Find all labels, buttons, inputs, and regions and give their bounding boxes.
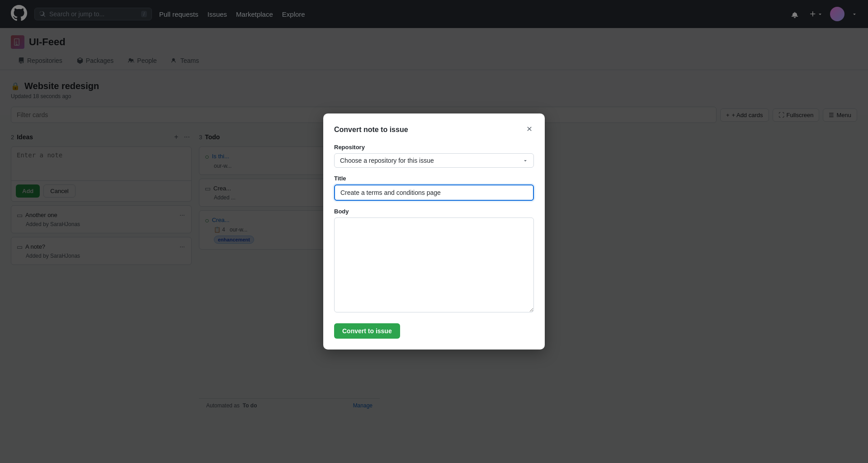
modal-header: Convert note to issue: [334, 124, 534, 135]
issue-title-input[interactable]: [334, 184, 534, 201]
repo-dropdown-icon: [523, 158, 528, 163]
repo-label: Repository: [334, 144, 534, 151]
body-label: Body: [334, 208, 534, 215]
convert-note-modal: Convert note to issue Repository Choose …: [323, 113, 545, 350]
modal-close-button[interactable]: [525, 124, 534, 135]
issue-body-textarea[interactable]: [334, 217, 534, 312]
repo-select-text: Choose a repository for this issue: [340, 157, 434, 164]
repo-select-button[interactable]: Choose a repository for this issue: [334, 153, 534, 168]
title-label: Title: [334, 175, 534, 182]
modal-overlay: Convert note to issue Repository Choose …: [0, 0, 868, 463]
convert-to-issue-button[interactable]: Convert to issue: [334, 323, 400, 339]
modal-title: Convert note to issue: [334, 126, 408, 134]
